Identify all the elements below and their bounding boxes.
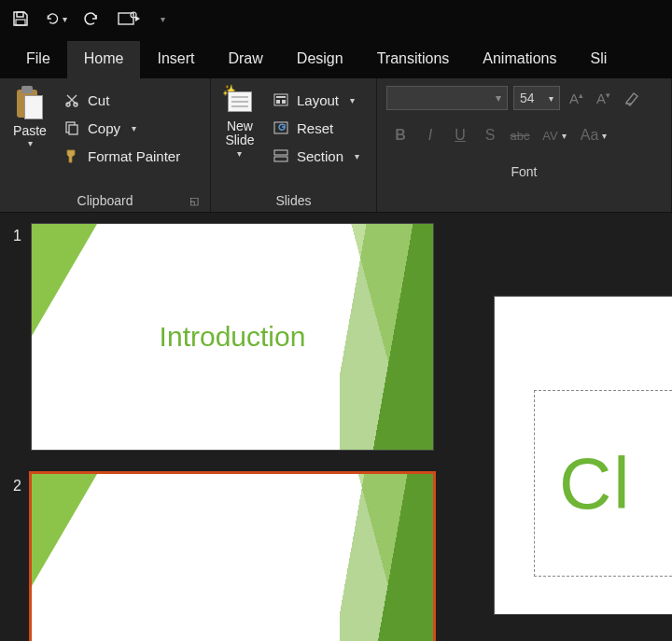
font-size-value: 54: [520, 91, 535, 105]
bold-button[interactable]: B: [386, 123, 414, 147]
font-family-dropdown-icon: ▾: [496, 91, 501, 105]
char-spacing-button[interactable]: AV▾: [536, 123, 573, 147]
reset-button[interactable]: Reset: [267, 116, 365, 140]
tab-insert[interactable]: Insert: [140, 41, 211, 78]
svg-rect-11: [282, 100, 286, 104]
char-spacing-label: AV: [542, 129, 557, 143]
paste-icon: [15, 86, 45, 121]
svg-rect-1: [16, 20, 25, 25]
save-icon: [12, 10, 29, 27]
tab-draw[interactable]: Draw: [211, 41, 279, 78]
qat-customize-button[interactable]: ▾: [161, 14, 165, 24]
paste-dropdown-icon: ▾: [28, 138, 33, 148]
presentation-icon: [118, 10, 142, 27]
tab-file[interactable]: File: [9, 41, 67, 78]
slides-group-label: Slides: [275, 193, 311, 208]
quick-access-toolbar: ▾ ▾: [0, 0, 672, 37]
layout-dropdown-icon: ▾: [350, 95, 355, 105]
workspace: 1 Introduction 2 Cl: [0, 213, 672, 641]
redo-button[interactable]: [80, 7, 103, 30]
layout-label: Layout: [297, 92, 339, 108]
editor-pane[interactable]: Cl: [467, 213, 672, 641]
cut-button[interactable]: Cut: [58, 88, 186, 112]
format-painter-label: Format Painter: [88, 148, 180, 164]
clear-formatting-button[interactable]: [620, 90, 644, 106]
change-case-label: Aa: [581, 127, 599, 144]
editor-slide[interactable]: Cl: [495, 297, 672, 614]
redo-icon: [83, 10, 100, 27]
svg-rect-9: [276, 96, 286, 98]
paste-label: Paste: [13, 123, 47, 138]
underline-button[interactable]: U: [446, 123, 474, 147]
copy-dropdown-icon: ▾: [132, 123, 136, 133]
italic-button[interactable]: I: [416, 123, 444, 147]
strikethrough-button[interactable]: abc: [506, 123, 534, 147]
section-label: Section: [297, 148, 343, 164]
new-slide-icon: ✨: [224, 86, 256, 118]
font-group-label: Font: [386, 164, 662, 179]
tab-home[interactable]: Home: [67, 41, 141, 78]
new-slide-label: NewSlide: [225, 119, 254, 148]
save-button[interactable]: [9, 7, 32, 30]
slide-decor: [340, 224, 433, 450]
group-font: ▾ 54 ▾ A▴ A▾ B I U S abc AV▾ Aa▾ Fo: [377, 78, 672, 212]
thumbnail-number: 1: [13, 224, 32, 450]
section-icon: [273, 147, 289, 164]
start-from-beginning-button[interactable]: [116, 7, 144, 30]
format-painter-button[interactable]: Format Painter: [58, 144, 186, 168]
layout-button[interactable]: Layout ▾: [267, 88, 365, 112]
group-slides: ✨ NewSlide ▾ Layout: [211, 78, 377, 212]
new-slide-button[interactable]: ✨ NewSlide ▾: [218, 84, 261, 189]
thumbnail-pane[interactable]: 1 Introduction 2: [0, 213, 467, 641]
svg-point-5: [74, 103, 77, 106]
tab-animations[interactable]: Animations: [466, 41, 573, 78]
thumbnail-row: 1 Introduction: [13, 224, 454, 450]
undo-icon: [45, 10, 61, 27]
undo-dropdown-icon: ▾: [63, 14, 67, 24]
section-button[interactable]: Section ▾: [267, 144, 365, 168]
svg-rect-13: [274, 150, 287, 155]
change-case-button[interactable]: Aa▾: [575, 123, 612, 147]
group-clipboard: Paste ▾ Cut Copy ▾: [0, 78, 211, 212]
title-text: Cl: [559, 441, 632, 526]
svg-rect-0: [17, 12, 23, 17]
layout-icon: [273, 91, 289, 108]
title-placeholder[interactable]: Cl: [534, 390, 672, 577]
slide-decor: [32, 224, 97, 336]
slide-decor: [32, 474, 97, 586]
undo-button[interactable]: ▾: [45, 7, 67, 30]
svg-rect-10: [276, 100, 280, 104]
text-shadow-button[interactable]: S: [476, 123, 504, 147]
reset-icon: [273, 119, 289, 136]
new-slide-dropdown-icon: ▾: [237, 148, 242, 159]
slide-decor: [340, 474, 433, 641]
increase-font-size-button[interactable]: A▴: [566, 91, 587, 106]
svg-point-4: [66, 103, 70, 106]
ribbon: Paste ▾ Cut Copy ▾: [0, 78, 672, 213]
reset-label: Reset: [297, 120, 333, 136]
font-size-dropdown-icon: ▾: [549, 93, 553, 104]
thumbnail-title: Introduction: [160, 321, 306, 353]
ribbon-tabs: File Home Insert Draw Design Transitions…: [0, 37, 672, 78]
clear-formatting-icon: [623, 90, 640, 106]
tab-transitions[interactable]: Transitions: [360, 41, 467, 78]
copy-button[interactable]: Copy ▾: [58, 116, 186, 140]
thumbnail-slide-1[interactable]: Introduction: [32, 224, 433, 450]
paste-button[interactable]: Paste ▾: [7, 84, 52, 189]
decrease-font-size-button[interactable]: A▾: [593, 91, 614, 106]
tab-slideshow[interactable]: Sli: [573, 41, 623, 78]
clipboard-group-label: Clipboard: [77, 193, 133, 208]
thumbnail-slide-2[interactable]: [32, 474, 433, 641]
thumbnail-row: 2: [13, 474, 454, 641]
copy-label: Copy: [88, 120, 120, 136]
thumbnail-number: 2: [13, 474, 32, 641]
font-size-combo[interactable]: 54 ▾: [513, 86, 560, 110]
cut-icon: [63, 91, 80, 108]
tab-design[interactable]: Design: [280, 41, 360, 78]
svg-rect-14: [274, 157, 287, 161]
clipboard-launcher-button[interactable]: ◱: [189, 195, 199, 207]
change-case-dropdown-icon: ▾: [602, 131, 607, 141]
format-painter-icon: [63, 147, 80, 164]
char-spacing-dropdown-icon: ▾: [562, 131, 567, 141]
font-family-combo[interactable]: ▾: [386, 86, 508, 110]
